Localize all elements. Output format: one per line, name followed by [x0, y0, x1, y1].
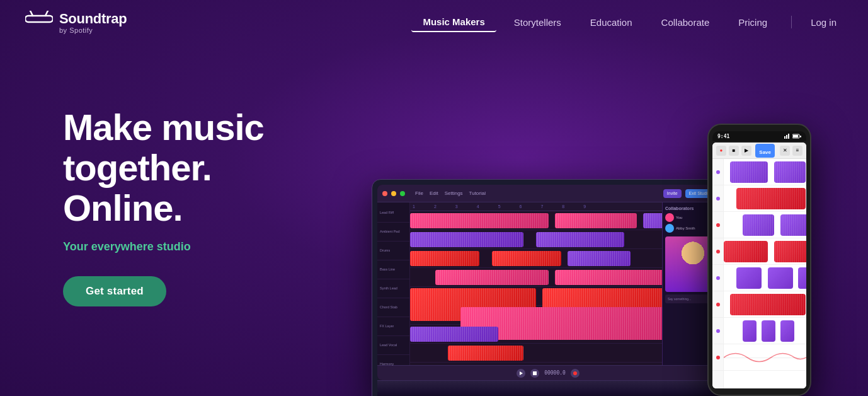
phone-track-row-4 — [724, 238, 806, 265]
daw-track-row-3 — [410, 249, 662, 268]
user-avatar-2 — [665, 224, 674, 233]
phone-audio-block — [730, 294, 806, 315]
phone-tracks-area — [724, 159, 806, 388]
hero-devices: File Edit Settings Tutorial Invite — [340, 69, 818, 396]
phone-play-btn[interactable]: ▶ — [741, 146, 751, 156]
audio-block — [410, 327, 498, 342]
phone-time: 9:41 — [717, 134, 729, 139]
daw-track-row-9 — [410, 363, 662, 365]
phone-track-row-3 — [724, 212, 806, 238]
nav-divider — [791, 16, 792, 28]
nav-pricing[interactable]: Pricing — [727, 13, 779, 32]
svg-rect-4 — [533, 371, 537, 375]
stop-button[interactable] — [530, 369, 539, 378]
phone-record-btn[interactable]: ● — [716, 146, 726, 156]
track-label-6: Chord Stab — [377, 298, 409, 317]
phone-stop-btn[interactable]: ■ — [729, 146, 739, 156]
phone-audio-block — [736, 267, 762, 289]
laptop-base — [377, 380, 719, 392]
phone-track-row-2 — [724, 185, 806, 212]
svg-marker-3 — [520, 371, 523, 375]
nav-collaborate[interactable]: Collaborate — [650, 13, 721, 32]
audio-block — [410, 232, 523, 247]
main-nav: Music Makers Storytellers Education Coll… — [411, 13, 843, 32]
user-avatar-1 — [665, 213, 674, 222]
laptop-screen: File Edit Settings Tutorial Invite — [377, 185, 719, 380]
login-button[interactable]: Log in — [804, 13, 843, 32]
phone-track-row-7 — [724, 318, 806, 344]
svg-rect-7 — [788, 134, 789, 139]
hero-title: Make music together. Online. — [63, 107, 328, 228]
daw-menu-edit[interactable]: Edit — [430, 190, 438, 196]
daw-main-area: Lead Riff Ambient Pad Drums Bass Line Sy… — [377, 202, 719, 365]
daw-menu: File Edit Settings Tutorial — [415, 190, 486, 196]
track-label-8: Lead Vocal — [377, 336, 409, 355]
phone-status-bar: 9:41 — [712, 131, 806, 141]
audio-block — [435, 270, 549, 285]
phone-audio-block — [768, 267, 793, 289]
get-started-button[interactable]: Get started — [63, 276, 166, 306]
daw-track-row-8 — [410, 344, 662, 363]
audio-block — [568, 251, 631, 266]
play-button[interactable] — [517, 369, 525, 378]
phone-audio-block — [730, 161, 768, 183]
daw-interface: File Edit Settings Tutorial Invite — [377, 185, 719, 380]
track-label-1: Lead Riff — [377, 204, 409, 223]
phone-track-ctrl-1 — [712, 159, 723, 185]
phone-status-icons — [784, 134, 801, 139]
phone-audio-block — [774, 241, 806, 262]
daw-menu-settings[interactable]: Settings — [445, 190, 463, 196]
laptop-bottom — [377, 392, 719, 396]
phone-audio-block — [743, 214, 774, 236]
phone-audio-block — [762, 320, 775, 342]
phone-save-button[interactable]: Save — [755, 144, 775, 158]
daw-menu-tutorial[interactable]: Tutorial — [469, 190, 486, 196]
phone-audio-block — [774, 161, 806, 183]
logo-area: Soundtrap by Spotify — [25, 10, 127, 34]
phone-track-sidebar — [712, 159, 724, 388]
nav-music-makers[interactable]: Music Makers — [411, 13, 496, 32]
traffic-light-yellow — [391, 191, 396, 196]
svg-rect-0 — [25, 16, 53, 22]
audio-block — [555, 213, 637, 228]
phone-track-ctrl-8 — [712, 344, 723, 371]
daw-transport-bar: 00000.0 — [377, 365, 719, 380]
track-label-7: FX Layer — [377, 317, 409, 336]
transport-time: 00000.0 — [544, 370, 566, 376]
traffic-light-red — [382, 191, 387, 196]
nav-storytellers[interactable]: Storytellers — [503, 13, 573, 32]
logo-main: Soundtrap — [25, 10, 127, 28]
phone-track-row-8 — [724, 344, 806, 371]
track-label-9: Harmony — [377, 355, 409, 374]
audio-block — [643, 213, 662, 228]
soundtrap-icon — [25, 10, 53, 28]
header: Soundtrap by Spotify Music Makers Storyt… — [0, 0, 868, 44]
daw-tracks-sidebar: Lead Riff Ambient Pad Drums Bass Line Sy… — [377, 202, 410, 365]
user-name-2: Abby Smith — [676, 226, 695, 230]
phone-outer: 9:41 ● ■ — [707, 124, 811, 396]
user-name-1: You — [676, 216, 682, 219]
phone-track-row-1 — [724, 159, 806, 185]
phone-track-ctrl-3 — [712, 212, 723, 238]
logo-sub: by Spotify — [59, 26, 93, 34]
audio-block — [555, 270, 662, 285]
track-label-3: Drums — [377, 242, 409, 260]
svg-rect-6 — [786, 135, 787, 139]
phone-mockup: 9:41 ● ■ — [707, 124, 811, 396]
audio-block — [410, 251, 479, 266]
audio-block — [536, 232, 624, 247]
nav-education[interactable]: Education — [579, 13, 644, 32]
daw-menu-file[interactable]: File — [415, 190, 423, 196]
hero-text-block: Make music together. Online. Your everyw… — [63, 69, 328, 306]
phone-audio-block — [743, 320, 757, 342]
phone-audio-block — [724, 241, 768, 262]
audio-block — [448, 346, 523, 361]
record-button[interactable] — [571, 369, 580, 378]
daw-track-row-2 — [410, 230, 662, 249]
laptop-screen-outer: File Edit Settings Tutorial Invite — [372, 179, 724, 396]
phone-cross-btn[interactable]: ✕ — [780, 146, 790, 156]
invite-btn[interactable]: Invite — [663, 189, 682, 198]
phone-track-row-6 — [724, 291, 806, 318]
phone-menu-btn[interactable]: ≡ — [792, 146, 802, 156]
track-label-5: Synth Lead — [377, 279, 409, 298]
